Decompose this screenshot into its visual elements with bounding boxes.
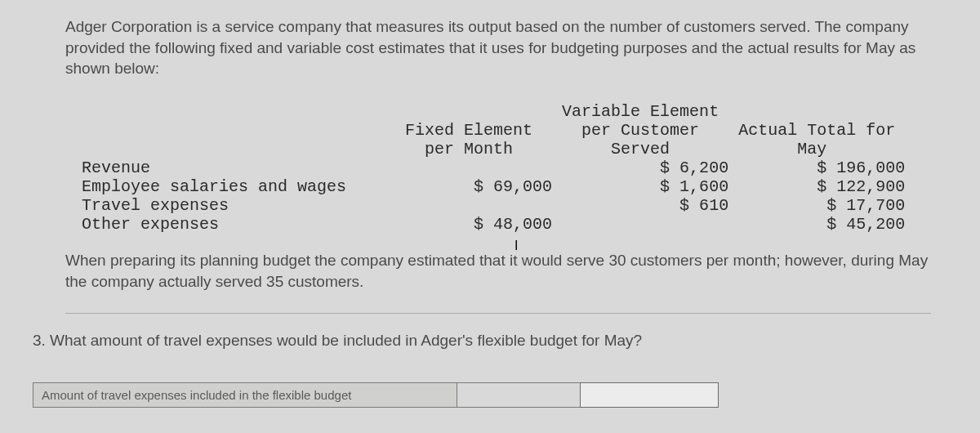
- problem-intro: Adger Corporation is a service company t…: [65, 16, 931, 79]
- answer-spacer: [457, 382, 580, 408]
- answer-row: Amount of travel expenses included in th…: [33, 382, 931, 408]
- answer-label: Amount of travel expenses included in th…: [33, 382, 457, 408]
- cost-table: Variable Element Fixed Element per Custo…: [82, 102, 931, 234]
- question-text: 3. What amount of travel expenses would …: [33, 332, 931, 350]
- followup-text: When preparing its planning budget the c…: [65, 250, 931, 292]
- divider: [65, 313, 931, 314]
- answer-input[interactable]: [580, 382, 719, 408]
